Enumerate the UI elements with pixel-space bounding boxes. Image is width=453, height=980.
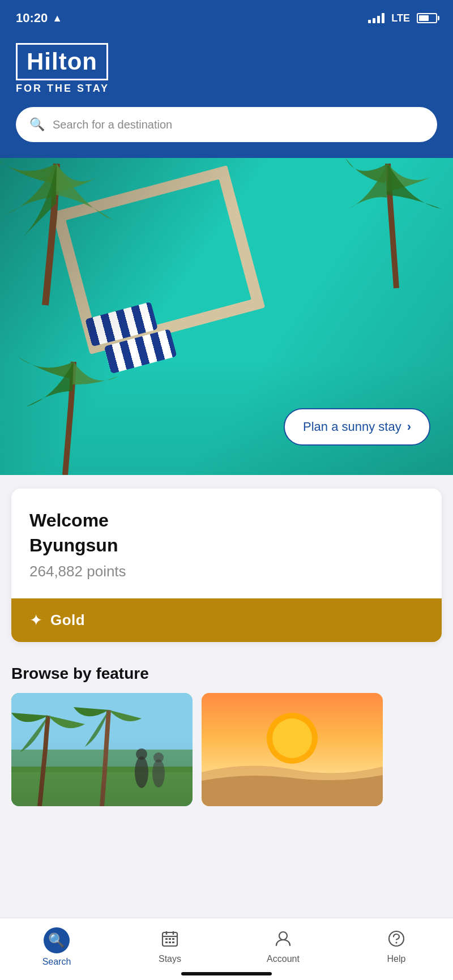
svg-point-4 <box>136 748 147 760</box>
bottom-navigation: 🔍 Search Stays <box>0 918 453 980</box>
browse-by-feature-section: Browse by feature <box>0 653 453 812</box>
account-nav-label: Account <box>267 954 300 964</box>
search-icon: 🔍 <box>48 934 65 947</box>
browse-cards-container <box>11 693 442 812</box>
gold-star-icon: ✦ <box>29 611 42 630</box>
browse-card-2[interactable] <box>202 693 383 806</box>
svg-point-9 <box>272 718 312 758</box>
app-header: Hilton FOR THE STAY 🔍 Search for a desti… <box>0 34 453 158</box>
location-icon: ▲ <box>52 12 62 24</box>
browse-section-title: Browse by feature <box>11 665 442 683</box>
nav-item-account[interactable]: Account <box>226 918 340 980</box>
search-icon: 🔍 <box>29 117 45 132</box>
hero-image: Plan a sunny stay › <box>0 158 453 475</box>
member-tier-label: Gold <box>50 611 85 629</box>
svg-rect-17 <box>165 942 168 943</box>
browse-card-2-image <box>202 693 383 806</box>
help-nav-label: Help <box>387 954 406 964</box>
welcome-greeting: Welcome <box>29 509 424 532</box>
member-tier-banner[interactable]: ✦ Gold <box>11 598 442 642</box>
svg-rect-14 <box>165 938 168 940</box>
svg-rect-1 <box>11 767 193 806</box>
calendar-icon <box>161 930 179 951</box>
brand-name: Hilton <box>27 48 97 75</box>
status-right: LTE <box>368 12 437 24</box>
search-nav-label: Search <box>42 957 71 967</box>
destination-search-bar[interactable]: 🔍 Search for a destination <box>16 107 437 142</box>
person-icon <box>274 930 292 951</box>
svg-point-5 <box>152 759 165 788</box>
signal-icon <box>368 13 384 23</box>
bottom-spacer <box>0 812 453 880</box>
hilton-name-box: Hilton <box>16 43 108 80</box>
svg-point-22 <box>396 942 398 944</box>
help-icon <box>387 930 405 951</box>
status-bar: 10:20 ▲ LTE <box>0 0 453 34</box>
nav-item-search[interactable]: 🔍 Search <box>0 918 113 980</box>
hilton-logo: Hilton FOR THE STAY <box>16 43 437 95</box>
nav-item-help[interactable]: Help <box>340 918 453 980</box>
svg-rect-15 <box>169 938 171 940</box>
search-input-placeholder: Search for a destination <box>53 118 172 131</box>
welcome-card: Welcome Byungsun 264,882 points ✦ Gold <box>11 489 442 642</box>
browse-card-1-image <box>11 693 193 806</box>
stays-nav-label: Stays <box>159 954 181 964</box>
network-type: LTE <box>391 12 410 24</box>
welcome-content: Welcome Byungsun 264,882 points <box>11 489 442 598</box>
svg-rect-18 <box>169 942 171 943</box>
points-display: 264,882 points <box>29 563 424 580</box>
svg-point-3 <box>135 756 148 788</box>
home-indicator <box>181 972 272 975</box>
svg-point-6 <box>153 752 164 763</box>
svg-rect-16 <box>172 938 174 940</box>
status-time: 10:20 ▲ <box>16 11 62 25</box>
svg-point-20 <box>279 932 287 940</box>
chevron-right-icon: › <box>407 420 411 434</box>
nav-item-stays[interactable]: Stays <box>113 918 226 980</box>
cta-button-label: Plan a sunny stay <box>303 420 401 434</box>
battery-icon <box>417 13 437 23</box>
welcome-username: Byungsun <box>29 535 424 556</box>
brand-tagline: FOR THE STAY <box>16 83 437 95</box>
svg-rect-19 <box>172 942 174 943</box>
plan-sunny-stay-button[interactable]: Plan a sunny stay › <box>284 408 430 446</box>
search-nav-icon: 🔍 <box>44 927 70 953</box>
browse-card-1[interactable] <box>11 693 193 806</box>
svg-rect-2 <box>11 750 193 772</box>
